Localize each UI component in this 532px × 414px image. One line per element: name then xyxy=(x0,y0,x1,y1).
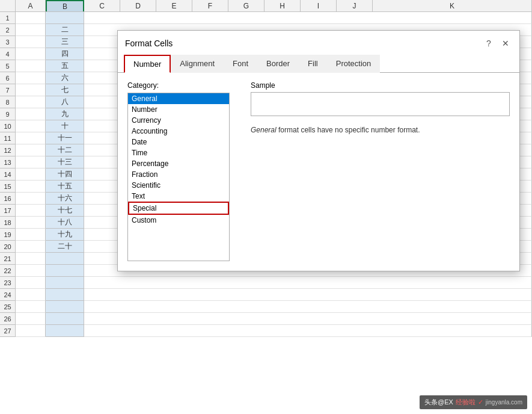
col-header-g[interactable]: G xyxy=(228,0,264,11)
cell[interactable]: 二 xyxy=(46,24,84,36)
cell[interactable]: 十五 xyxy=(46,181,84,193)
cell[interactable] xyxy=(84,301,532,313)
tab-number[interactable]: Number xyxy=(124,55,171,73)
cell[interactable]: 九 xyxy=(46,108,84,120)
col-header-a[interactable]: A xyxy=(16,0,46,11)
col-header-f[interactable]: F xyxy=(192,0,228,11)
category-item-percentage[interactable]: Percentage xyxy=(128,158,229,169)
cell[interactable] xyxy=(16,108,46,120)
cell[interactable]: 五 xyxy=(46,60,84,72)
cell[interactable]: 十二 xyxy=(46,144,84,156)
col-header-c[interactable]: C xyxy=(84,0,120,11)
category-item-currency[interactable]: Currency xyxy=(128,115,229,126)
cell[interactable]: 四 xyxy=(46,48,84,60)
cell[interactable] xyxy=(16,313,46,325)
cell[interactable] xyxy=(16,217,46,229)
tab-protection[interactable]: Protection xyxy=(327,55,381,73)
watermark-red-text: 经验啦 xyxy=(456,398,475,407)
cell[interactable]: 十七 xyxy=(46,205,84,217)
cell[interactable] xyxy=(16,120,46,132)
cell[interactable] xyxy=(84,12,532,24)
cell[interactable] xyxy=(46,301,84,313)
row-number: 6 xyxy=(0,72,16,84)
description-text: General format cells have no specific nu… xyxy=(251,125,510,135)
cell[interactable] xyxy=(84,325,532,337)
cell[interactable]: 八 xyxy=(46,96,84,108)
category-item-special[interactable]: Special xyxy=(128,202,229,215)
cell[interactable] xyxy=(16,48,46,60)
tab-font[interactable]: Font xyxy=(224,55,257,73)
cell[interactable] xyxy=(84,289,532,301)
cell[interactable]: 十六 xyxy=(46,193,84,205)
cell[interactable] xyxy=(16,265,46,277)
cell[interactable] xyxy=(16,241,46,253)
category-item-text[interactable]: Text xyxy=(128,191,229,202)
row-number: 24 xyxy=(0,289,16,301)
col-header-j[interactable]: J xyxy=(337,0,373,11)
cell[interactable] xyxy=(16,96,46,108)
category-item-general[interactable]: General xyxy=(128,93,229,104)
cell[interactable]: 十八 xyxy=(46,217,84,229)
col-header-h[interactable]: H xyxy=(264,0,301,11)
cell[interactable] xyxy=(16,24,46,36)
cell[interactable] xyxy=(16,84,46,96)
col-header-d[interactable]: D xyxy=(120,0,156,11)
column-headers: A B C D E F G H I J K xyxy=(0,0,532,12)
tab-alignment[interactable]: Alignment xyxy=(171,55,224,73)
category-item-time[interactable]: Time xyxy=(128,147,229,158)
cell[interactable]: 十四 xyxy=(46,168,84,181)
row-number: 17 xyxy=(0,205,16,217)
cell[interactable] xyxy=(16,325,46,337)
cell[interactable]: 三 xyxy=(46,36,84,48)
cell[interactable] xyxy=(46,253,84,265)
category-item-scientific[interactable]: Scientific xyxy=(128,180,229,191)
cell[interactable] xyxy=(16,181,46,193)
cell[interactable] xyxy=(46,277,84,289)
tab-fill[interactable]: Fill xyxy=(299,55,327,73)
cell[interactable] xyxy=(16,277,46,289)
category-item-accounting[interactable]: Accounting xyxy=(128,126,229,137)
help-button[interactable]: ? xyxy=(482,37,495,50)
cell[interactable] xyxy=(46,325,84,337)
close-button[interactable]: ✕ xyxy=(499,37,512,50)
cell[interactable] xyxy=(84,277,532,289)
dialog-titlebar: Format Cells ? ✕ xyxy=(118,31,519,55)
cell[interactable] xyxy=(16,193,46,205)
cell[interactable] xyxy=(84,313,532,325)
cell[interactable] xyxy=(16,60,46,72)
cell[interactable] xyxy=(16,301,46,313)
cell[interactable]: 六 xyxy=(46,72,84,84)
cell[interactable] xyxy=(16,132,46,144)
cell[interactable] xyxy=(16,144,46,156)
tab-border[interactable]: Border xyxy=(257,55,299,73)
col-header-e[interactable]: E xyxy=(156,0,192,11)
row-number: 27 xyxy=(0,325,16,337)
cell[interactable] xyxy=(46,313,84,325)
col-header-k[interactable]: K xyxy=(373,0,532,11)
cell[interactable]: 十九 xyxy=(46,229,84,241)
cell[interactable]: 二十 xyxy=(46,241,84,253)
cell[interactable] xyxy=(16,253,46,265)
cell[interactable]: 十三 xyxy=(46,156,84,168)
cell[interactable]: 七 xyxy=(46,84,84,96)
category-item-custom[interactable]: Custom xyxy=(128,215,229,226)
category-list[interactable]: General Number Currency Accounting Date … xyxy=(127,93,230,261)
cell[interactable]: 十 xyxy=(46,120,84,132)
cell[interactable] xyxy=(16,156,46,168)
cell[interactable] xyxy=(16,36,46,48)
cell[interactable] xyxy=(46,265,84,277)
cell[interactable] xyxy=(16,72,46,84)
cell[interactable]: 十一 xyxy=(46,132,84,144)
cell[interactable] xyxy=(16,229,46,241)
cell[interactable] xyxy=(16,205,46,217)
category-item-number[interactable]: Number xyxy=(128,104,229,115)
cell[interactable] xyxy=(16,12,46,24)
category-item-date[interactable]: Date xyxy=(128,137,229,147)
col-header-b[interactable]: B xyxy=(46,0,84,11)
cell[interactable] xyxy=(16,168,46,181)
cell[interactable] xyxy=(16,289,46,301)
cell[interactable] xyxy=(46,12,84,24)
category-item-fraction[interactable]: Fraction xyxy=(128,169,229,180)
col-header-i[interactable]: I xyxy=(301,0,337,11)
cell[interactable] xyxy=(46,289,84,301)
